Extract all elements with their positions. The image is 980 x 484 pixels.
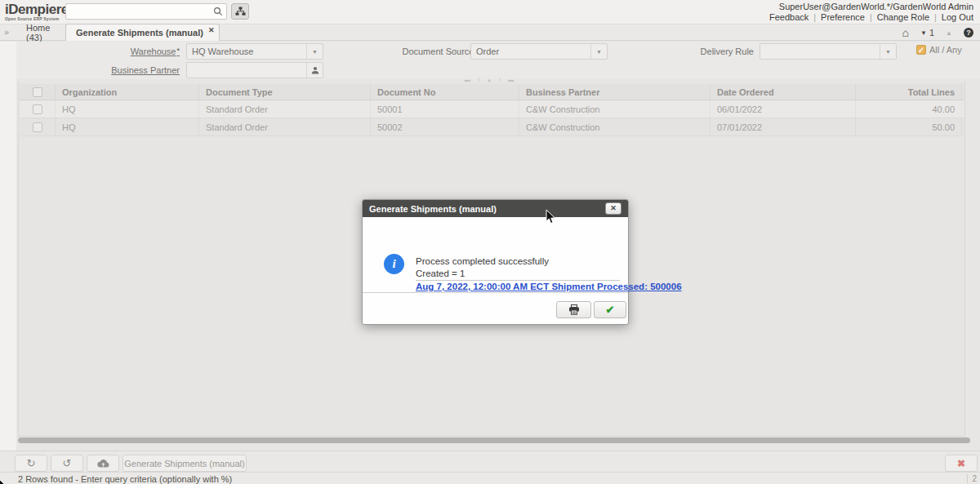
status-row-count: 2 (967, 474, 977, 483)
check-icon: ✔ (606, 304, 615, 316)
chevron-down-icon: ▼ (920, 29, 927, 37)
change-role-link[interactable]: Change Role (877, 12, 929, 22)
expand-sidebar-icon[interactable]: » (4, 27, 9, 37)
warehouse-value: HQ Warehouse (187, 44, 306, 59)
sitemap-icon (235, 7, 246, 16)
document-source-label: Document Source (388, 47, 478, 56)
checkbox-checked-icon[interactable]: ✓ (916, 45, 926, 55)
chevron-down-icon[interactable]: ▼ (880, 44, 896, 59)
column-header-organization[interactable]: Organization (56, 84, 199, 100)
delivery-rule-value (760, 44, 880, 59)
refresh-button[interactable]: ↻ (15, 455, 47, 472)
delivery-rule-combobox[interactable]: ▼ (760, 43, 897, 60)
search-icon[interactable] (210, 4, 226, 19)
cell-organization: HQ (56, 118, 199, 135)
chevron-down-icon[interactable]: ▼ (306, 44, 323, 59)
app-logo: iDempiere Open Source ERP System (5, 2, 69, 21)
dialog-message-line1: Process completed successfully (416, 256, 549, 266)
dialog-body: i Process completed successfully Created… (363, 217, 628, 292)
window-count: 1 (929, 28, 934, 38)
help-icon[interactable]: ? (964, 28, 973, 38)
ok-button[interactable]: ✔ (594, 301, 626, 318)
info-icon: i (384, 254, 404, 274)
person-icon[interactable] (306, 63, 323, 78)
print-button[interactable] (556, 301, 591, 318)
collapsed-west-panel[interactable] (0, 42, 16, 472)
chevron-up-icon[interactable]: ▲ (946, 29, 952, 37)
tab-label: Generate Shipments (manual) (76, 28, 203, 38)
cancel-x-icon: ✖ (957, 458, 965, 469)
column-header-date-ordered[interactable]: Date Ordered (710, 84, 856, 100)
home-icon[interactable]: ⌂ (902, 26, 909, 39)
column-header-total-lines[interactable]: Total Lines (856, 84, 962, 100)
cell-document-type: Standard Order (199, 100, 371, 118)
preference-link[interactable]: Preference (821, 12, 865, 22)
all-any-checkbox[interactable]: ✓ All / Any (916, 45, 962, 55)
mouse-cursor (546, 209, 556, 224)
table-header-row: Organization Document Type Document No B… (20, 84, 964, 100)
logout-link[interactable]: Log Out (942, 12, 973, 22)
tab-close-icon[interactable]: ✕ (208, 26, 215, 34)
export-button[interactable] (87, 455, 119, 472)
business-partner-value (187, 63, 306, 78)
column-header-document-type[interactable]: Document Type (199, 84, 371, 100)
cell-document-no: 50002 (371, 118, 519, 135)
tab-generate-shipments[interactable]: Generate Shipments (manual) ✕ (65, 24, 220, 41)
window-selector[interactable]: ▼ 1 (920, 28, 934, 38)
sitemap-button[interactable] (231, 3, 249, 20)
dialog-title: Generate Shipments (manual) (369, 204, 605, 214)
results-table: Organization Document Type Document No B… (20, 84, 964, 136)
horizontal-scrollbar[interactable] (18, 437, 970, 443)
delivery-rule-label: Delivery Rule (686, 47, 754, 56)
process-result-dialog: Generate Shipments (manual) ✕ i Process … (362, 199, 629, 325)
feedback-link[interactable]: Feedback (769, 12, 808, 22)
cell-total-lines: 40.00 (856, 100, 962, 118)
dialog-titlebar[interactable]: Generate Shipments (manual) ✕ (363, 200, 628, 217)
document-source-value: Order (471, 44, 590, 59)
cell-date-ordered: 07/01/2022 (710, 118, 856, 135)
cell-document-no: 50001 (371, 100, 519, 118)
shipment-processed-link[interactable]: Aug 7, 2022, 12:00:00 AM ECT Shipment Pr… (416, 282, 682, 291)
app-logo-tagline: Open Source ERP System (5, 16, 69, 21)
status-bar: 2 Rows found - Enter query criteria (opt… (0, 472, 980, 484)
mouse-cursor-artifact (0, 477, 7, 484)
reset-button[interactable]: ↺ (51, 455, 83, 472)
column-header-document-no[interactable]: Document No (371, 84, 519, 100)
row-checkbox[interactable] (33, 122, 42, 132)
document-source-combobox[interactable]: Order ▼ (470, 43, 608, 60)
top-header: iDempiere Open Source ERP System SuperUs… (0, 0, 980, 24)
global-search[interactable] (65, 3, 227, 20)
warehouse-combobox[interactable]: HQ Warehouse ▼ (186, 43, 323, 60)
search-input[interactable] (66, 5, 210, 18)
row-checkbox[interactable] (33, 104, 42, 114)
dialog-footer: ✔ (363, 292, 628, 325)
cancel-button[interactable]: ✖ (945, 455, 978, 472)
cell-organization: HQ (56, 100, 199, 118)
status-message: 2 Rows found - Enter query criteria (opt… (18, 474, 232, 484)
generate-shipments-button[interactable]: Generate Shipments (manual) (122, 455, 247, 472)
column-header-business-partner[interactable]: Business Partner (519, 84, 710, 100)
query-criteria-panel: Warehouse HQ Warehouse ▼ Document Source… (16, 42, 980, 79)
table-row[interactable]: HQ Standard Order 50002 C&W Construction… (20, 118, 964, 136)
chevron-down-icon[interactable]: ▼ (590, 44, 607, 59)
row-select-cell (20, 100, 56, 118)
dialog-close-button[interactable]: ✕ (605, 202, 621, 215)
table-row[interactable]: HQ Standard Order 50001 C&W Construction… (20, 100, 964, 118)
printer-icon (568, 304, 580, 315)
cell-total-lines: 50.00 (856, 118, 962, 135)
select-all-cell (20, 84, 56, 100)
message-divider (416, 280, 620, 281)
business-partner-field[interactable] (186, 62, 323, 78)
cell-business-partner: C&W Construction (519, 100, 710, 118)
row-select-cell (20, 118, 56, 135)
tabbar-actions: ⌂ ▼ 1 ▲ ? (902, 26, 973, 39)
tab-home[interactable]: Home (43) (16, 24, 64, 41)
cell-business-partner: C&W Construction (519, 118, 710, 135)
select-all-checkbox[interactable] (33, 87, 42, 97)
divider: | (934, 12, 937, 22)
application-window: iDempiere Open Source ERP System SuperUs… (0, 0, 980, 484)
all-any-label: All / Any (929, 45, 962, 55)
header-links: Feedback| Preference| Change Role| Log O… (769, 12, 973, 22)
bottom-toolbar: ↻ ↺ Generate Shipments (manual) ✖ (0, 451, 980, 472)
cloud-upload-icon (97, 459, 109, 468)
